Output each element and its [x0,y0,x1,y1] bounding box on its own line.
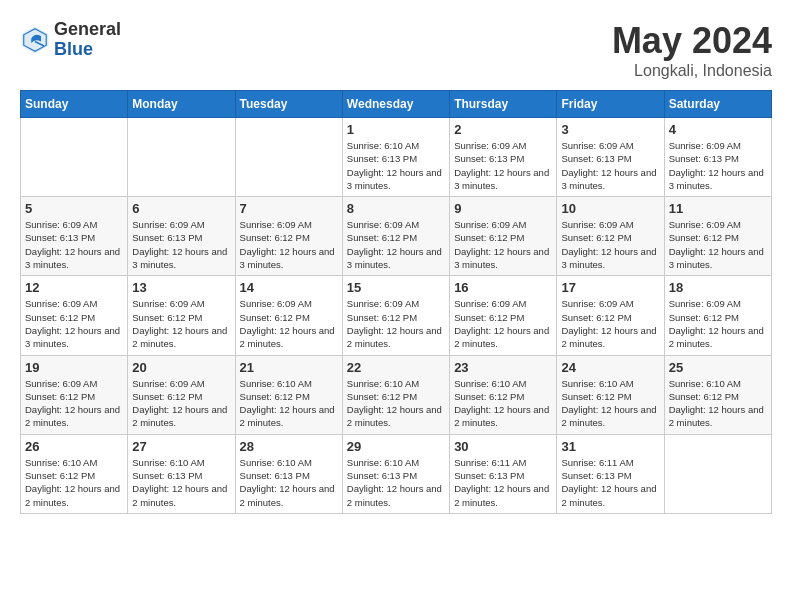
day-number: 7 [240,201,338,216]
logo-blue: Blue [54,40,121,60]
calendar-cell: 22Sunrise: 6:10 AM Sunset: 6:12 PM Dayli… [342,355,449,434]
day-info: Sunrise: 6:10 AM Sunset: 6:13 PM Dayligh… [347,456,445,509]
calendar-cell: 24Sunrise: 6:10 AM Sunset: 6:12 PM Dayli… [557,355,664,434]
day-info: Sunrise: 6:09 AM Sunset: 6:12 PM Dayligh… [240,218,338,271]
weekday-header: Thursday [450,91,557,118]
day-info: Sunrise: 6:09 AM Sunset: 6:12 PM Dayligh… [454,218,552,271]
calendar-cell: 1Sunrise: 6:10 AM Sunset: 6:13 PM Daylig… [342,118,449,197]
day-info: Sunrise: 6:10 AM Sunset: 6:13 PM Dayligh… [132,456,230,509]
day-number: 22 [347,360,445,375]
calendar-cell: 13Sunrise: 6:09 AM Sunset: 6:12 PM Dayli… [128,276,235,355]
location: Longkali, Indonesia [612,62,772,80]
day-info: Sunrise: 6:09 AM Sunset: 6:12 PM Dayligh… [561,218,659,271]
calendar-cell: 29Sunrise: 6:10 AM Sunset: 6:13 PM Dayli… [342,434,449,513]
calendar-cell: 3Sunrise: 6:09 AM Sunset: 6:13 PM Daylig… [557,118,664,197]
calendar-week-row: 19Sunrise: 6:09 AM Sunset: 6:12 PM Dayli… [21,355,772,434]
calendar-cell: 19Sunrise: 6:09 AM Sunset: 6:12 PM Dayli… [21,355,128,434]
day-number: 19 [25,360,123,375]
day-number: 12 [25,280,123,295]
day-number: 6 [132,201,230,216]
weekday-header-row: SundayMondayTuesdayWednesdayThursdayFrid… [21,91,772,118]
calendar-week-row: 1Sunrise: 6:10 AM Sunset: 6:13 PM Daylig… [21,118,772,197]
calendar-cell: 27Sunrise: 6:10 AM Sunset: 6:13 PM Dayli… [128,434,235,513]
day-number: 9 [454,201,552,216]
calendar-cell: 25Sunrise: 6:10 AM Sunset: 6:12 PM Dayli… [664,355,771,434]
calendar-cell: 31Sunrise: 6:11 AM Sunset: 6:13 PM Dayli… [557,434,664,513]
calendar-cell: 17Sunrise: 6:09 AM Sunset: 6:12 PM Dayli… [557,276,664,355]
day-info: Sunrise: 6:10 AM Sunset: 6:12 PM Dayligh… [669,377,767,430]
day-number: 30 [454,439,552,454]
day-info: Sunrise: 6:09 AM Sunset: 6:13 PM Dayligh… [669,139,767,192]
day-info: Sunrise: 6:09 AM Sunset: 6:12 PM Dayligh… [669,218,767,271]
day-number: 26 [25,439,123,454]
day-number: 18 [669,280,767,295]
calendar-cell: 10Sunrise: 6:09 AM Sunset: 6:12 PM Dayli… [557,197,664,276]
calendar-cell: 30Sunrise: 6:11 AM Sunset: 6:13 PM Dayli… [450,434,557,513]
calendar-cell: 16Sunrise: 6:09 AM Sunset: 6:12 PM Dayli… [450,276,557,355]
day-number: 15 [347,280,445,295]
calendar-cell: 8Sunrise: 6:09 AM Sunset: 6:12 PM Daylig… [342,197,449,276]
day-number: 23 [454,360,552,375]
calendar-cell [128,118,235,197]
calendar-cell: 21Sunrise: 6:10 AM Sunset: 6:12 PM Dayli… [235,355,342,434]
weekday-header: Tuesday [235,91,342,118]
calendar-week-row: 12Sunrise: 6:09 AM Sunset: 6:12 PM Dayli… [21,276,772,355]
day-info: Sunrise: 6:10 AM Sunset: 6:12 PM Dayligh… [25,456,123,509]
calendar-cell: 15Sunrise: 6:09 AM Sunset: 6:12 PM Dayli… [342,276,449,355]
day-info: Sunrise: 6:09 AM Sunset: 6:12 PM Dayligh… [669,297,767,350]
day-info: Sunrise: 6:09 AM Sunset: 6:13 PM Dayligh… [25,218,123,271]
day-info: Sunrise: 6:10 AM Sunset: 6:12 PM Dayligh… [454,377,552,430]
calendar-cell [21,118,128,197]
day-info: Sunrise: 6:10 AM Sunset: 6:13 PM Dayligh… [347,139,445,192]
calendar-cell: 23Sunrise: 6:10 AM Sunset: 6:12 PM Dayli… [450,355,557,434]
day-number: 4 [669,122,767,137]
title-block: May 2024 Longkali, Indonesia [612,20,772,80]
calendar-cell: 2Sunrise: 6:09 AM Sunset: 6:13 PM Daylig… [450,118,557,197]
calendar-cell: 6Sunrise: 6:09 AM Sunset: 6:13 PM Daylig… [128,197,235,276]
weekday-header: Saturday [664,91,771,118]
calendar-table: SundayMondayTuesdayWednesdayThursdayFrid… [20,90,772,514]
day-number: 21 [240,360,338,375]
day-number: 27 [132,439,230,454]
calendar-cell: 7Sunrise: 6:09 AM Sunset: 6:12 PM Daylig… [235,197,342,276]
day-info: Sunrise: 6:09 AM Sunset: 6:12 PM Dayligh… [132,377,230,430]
day-info: Sunrise: 6:10 AM Sunset: 6:12 PM Dayligh… [347,377,445,430]
day-info: Sunrise: 6:10 AM Sunset: 6:13 PM Dayligh… [240,456,338,509]
day-info: Sunrise: 6:09 AM Sunset: 6:12 PM Dayligh… [25,297,123,350]
day-number: 25 [669,360,767,375]
day-info: Sunrise: 6:09 AM Sunset: 6:12 PM Dayligh… [347,218,445,271]
day-number: 2 [454,122,552,137]
logo-text: General Blue [54,20,121,60]
calendar-cell: 26Sunrise: 6:10 AM Sunset: 6:12 PM Dayli… [21,434,128,513]
calendar-cell: 28Sunrise: 6:10 AM Sunset: 6:13 PM Dayli… [235,434,342,513]
day-number: 1 [347,122,445,137]
day-number: 8 [347,201,445,216]
calendar-week-row: 26Sunrise: 6:10 AM Sunset: 6:12 PM Dayli… [21,434,772,513]
weekday-header: Monday [128,91,235,118]
day-info: Sunrise: 6:09 AM Sunset: 6:12 PM Dayligh… [561,297,659,350]
weekday-header: Sunday [21,91,128,118]
day-number: 3 [561,122,659,137]
day-number: 29 [347,439,445,454]
day-number: 11 [669,201,767,216]
calendar-cell: 14Sunrise: 6:09 AM Sunset: 6:12 PM Dayli… [235,276,342,355]
page-header: General Blue May 2024 Longkali, Indonesi… [20,20,772,80]
day-number: 5 [25,201,123,216]
weekday-header: Friday [557,91,664,118]
day-number: 14 [240,280,338,295]
day-info: Sunrise: 6:09 AM Sunset: 6:13 PM Dayligh… [454,139,552,192]
calendar-cell: 18Sunrise: 6:09 AM Sunset: 6:12 PM Dayli… [664,276,771,355]
calendar-cell: 11Sunrise: 6:09 AM Sunset: 6:12 PM Dayli… [664,197,771,276]
logo: General Blue [20,20,121,60]
day-info: Sunrise: 6:09 AM Sunset: 6:12 PM Dayligh… [454,297,552,350]
day-number: 31 [561,439,659,454]
calendar-cell: 9Sunrise: 6:09 AM Sunset: 6:12 PM Daylig… [450,197,557,276]
day-info: Sunrise: 6:11 AM Sunset: 6:13 PM Dayligh… [561,456,659,509]
calendar-cell: 20Sunrise: 6:09 AM Sunset: 6:12 PM Dayli… [128,355,235,434]
day-info: Sunrise: 6:10 AM Sunset: 6:12 PM Dayligh… [240,377,338,430]
day-info: Sunrise: 6:09 AM Sunset: 6:13 PM Dayligh… [132,218,230,271]
day-info: Sunrise: 6:09 AM Sunset: 6:12 PM Dayligh… [132,297,230,350]
day-number: 28 [240,439,338,454]
day-info: Sunrise: 6:09 AM Sunset: 6:12 PM Dayligh… [347,297,445,350]
logo-general: General [54,20,121,40]
